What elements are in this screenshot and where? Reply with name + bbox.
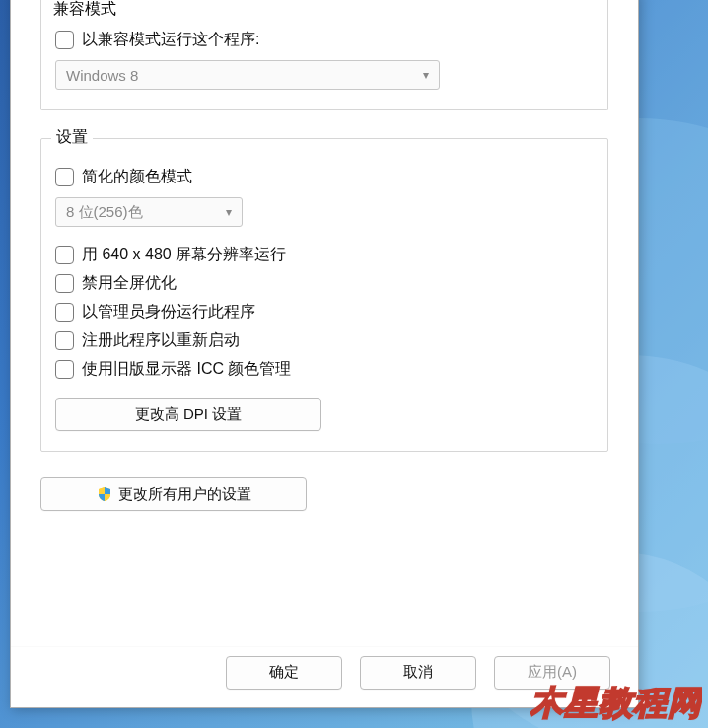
compat-os-select[interactable]: Windows 8 ▾ [55, 60, 440, 90]
legacy-icc-row: 使用旧版显示器 ICC 颜色管理 [55, 359, 594, 380]
shield-icon [97, 486, 112, 502]
compat-mode-group: 兼容模式 以兼容模式运行这个程序: Windows 8 ▾ [40, 0, 608, 110]
low-res-row: 用 640 x 480 屏幕分辨率运行 [55, 245, 594, 265]
register-restart-row: 注册此程序以重新启动 [55, 330, 594, 351]
dialog-body: 兼容模式 以兼容模式运行这个程序: Windows 8 ▾ 设置 简化的颜色模式… [11, 0, 638, 646]
low-res-label: 用 640 x 480 屏幕分辨率运行 [82, 245, 286, 265]
compat-legend: 兼容模式 [53, 0, 592, 20]
ok-label: 确定 [269, 663, 299, 682]
cancel-button[interactable]: 取消 [360, 656, 476, 690]
compat-run-label: 以兼容模式运行这个程序: [82, 30, 259, 50]
legacy-icc-checkbox[interactable] [55, 360, 74, 379]
compat-run-row: 以兼容模式运行这个程序: [55, 30, 594, 50]
properties-dialog: 兼容模式 以兼容模式运行这个程序: Windows 8 ▾ 设置 简化的颜色模式… [10, 0, 639, 708]
settings-legend: 设置 [51, 127, 93, 148]
reduced-color-label: 简化的颜色模式 [82, 167, 192, 187]
change-all-users-button[interactable]: 更改所有用户的设置 [40, 477, 307, 511]
reduced-color-row: 简化的颜色模式 [55, 167, 594, 187]
change-all-users-label: 更改所有用户的设置 [118, 485, 251, 504]
dialog-footer: 确定 取消 应用(A) [11, 646, 638, 707]
change-dpi-button[interactable]: 更改高 DPI 设置 [55, 398, 321, 431]
reduced-color-checkbox[interactable] [55, 168, 74, 186]
disable-fullscreen-row: 禁用全屏优化 [55, 273, 594, 294]
legacy-icc-label: 使用旧版显示器 ICC 颜色管理 [82, 359, 291, 380]
compat-run-checkbox[interactable] [55, 31, 74, 49]
compat-os-selected: Windows 8 [66, 67, 138, 84]
chevron-down-icon: ▾ [226, 205, 232, 219]
chevron-down-icon: ▾ [423, 68, 429, 82]
disable-fullscreen-checkbox[interactable] [55, 274, 74, 293]
ok-button[interactable]: 确定 [226, 656, 342, 690]
change-dpi-label: 更改高 DPI 设置 [135, 405, 242, 424]
register-restart-checkbox[interactable] [55, 331, 74, 350]
color-mode-select[interactable]: 8 位(256)色 ▾ [55, 197, 243, 227]
run-as-admin-label: 以管理员身份运行此程序 [82, 302, 255, 323]
run-as-admin-row: 以管理员身份运行此程序 [55, 302, 594, 323]
apply-button[interactable]: 应用(A) [494, 656, 610, 690]
low-res-checkbox[interactable] [55, 246, 74, 264]
register-restart-label: 注册此程序以重新启动 [82, 330, 240, 351]
apply-label: 应用(A) [528, 663, 577, 682]
run-as-admin-checkbox[interactable] [55, 303, 74, 322]
disable-fullscreen-label: 禁用全屏优化 [82, 273, 177, 294]
color-mode-selected: 8 位(256)色 [66, 203, 143, 222]
settings-group: 设置 简化的颜色模式 8 位(256)色 ▾ 用 640 x 480 屏幕分辨率… [40, 138, 608, 452]
cancel-label: 取消 [403, 663, 433, 682]
